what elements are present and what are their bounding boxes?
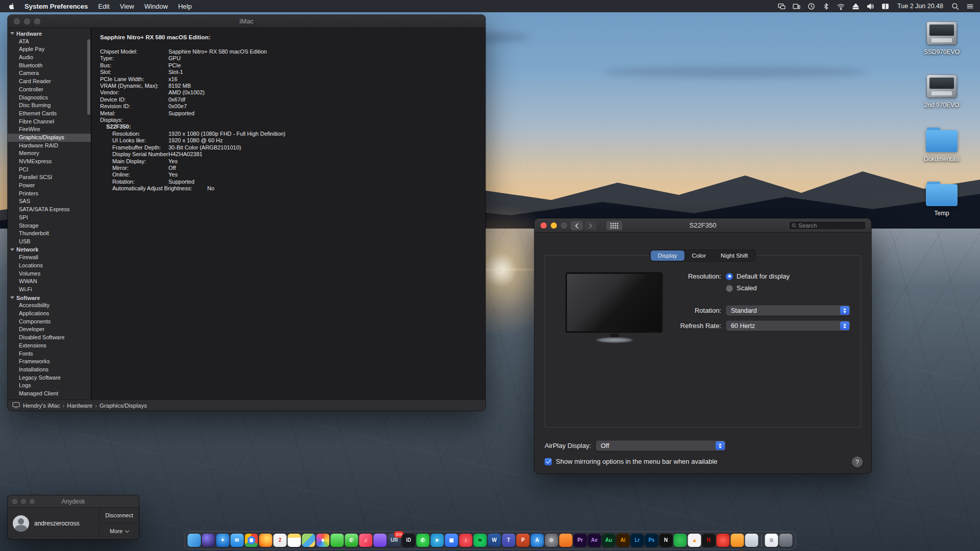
- dock-cloud-gray-icon[interactable]: [745, 534, 758, 547]
- minimize-button[interactable]: [24, 18, 30, 24]
- sidebar-item-developer[interactable]: Developer: [8, 325, 91, 334]
- sidebar-item-sata-sata-express[interactable]: SATA/SATA Express: [8, 206, 91, 214]
- sidebar-scrollbar[interactable]: [87, 39, 90, 115]
- dock-id-app-icon[interactable]: iD: [402, 534, 415, 547]
- sysinfo-titlebar[interactable]: iMac: [8, 15, 485, 28]
- sidebar-item-spi[interactable]: SPI: [8, 214, 91, 222]
- sidebar-item-wi-fi[interactable]: Wi-Fi: [8, 286, 91, 294]
- zoom-button[interactable]: [561, 222, 567, 229]
- anydesk-titlebar[interactable]: Anydesk: [8, 495, 139, 508]
- menu-window[interactable]: Window: [139, 3, 173, 10]
- dock-app-store-icon[interactable]: A: [531, 534, 544, 547]
- dock-system-preferences-icon[interactable]: ⚙: [545, 534, 558, 547]
- help-button[interactable]: ?: [852, 457, 863, 467]
- tab-display[interactable]: Display: [651, 251, 684, 261]
- sidebar-item-accessibility[interactable]: Accessibility: [8, 302, 91, 310]
- dock-chrome-icon[interactable]: [245, 534, 258, 547]
- tab-night-shift[interactable]: Night Shift: [714, 251, 755, 261]
- refresh-rate-dropdown[interactable]: 60 Hertz: [726, 320, 850, 331]
- sidebar-item-printers[interactable]: Printers: [8, 190, 91, 198]
- search-input[interactable]: [798, 222, 863, 229]
- airplay-dropdown[interactable]: Off: [596, 440, 726, 451]
- resolution-option-scaled[interactable]: Scaled: [726, 284, 790, 292]
- menu-edit[interactable]: Edit: [93, 3, 114, 10]
- sidebar-item-diagnostics[interactable]: Diagnostics: [8, 94, 91, 102]
- dock-netflix-icon[interactable]: N: [702, 534, 716, 547]
- search-field[interactable]: [789, 221, 866, 230]
- sidebar-item-memory[interactable]: Memory: [8, 149, 91, 158]
- sidebar-item-pci[interactable]: PCI: [8, 166, 91, 174]
- dock-music-red-icon[interactable]: ♪: [459, 534, 473, 547]
- dock-podcasts-icon[interactable]: [374, 534, 387, 547]
- dock-notes-icon[interactable]: [288, 534, 301, 547]
- sidebar-item-firewire[interactable]: FireWire: [8, 126, 91, 134]
- sidebar-item-components[interactable]: Components: [8, 318, 91, 326]
- dock-siri-icon[interactable]: [202, 534, 215, 547]
- sidebar-item-camera[interactable]: Camera: [8, 69, 91, 78]
- dock-calendar-icon[interactable]: 2: [274, 534, 287, 547]
- close-button[interactable]: [14, 18, 20, 24]
- dock-zoom-icon[interactable]: ▣: [445, 534, 458, 547]
- sidebar-section-network[interactable]: Network: [8, 246, 91, 254]
- dock-premiere-icon[interactable]: Pr: [574, 534, 587, 547]
- sidebar-item-thunderbolt[interactable]: Thunderbolt: [8, 230, 91, 238]
- dock-safari-icon[interactable]: ✦: [216, 534, 230, 547]
- dock-sketch-orange-icon[interactable]: [731, 534, 744, 547]
- sidebar-item-firewall[interactable]: Firewall: [8, 254, 91, 262]
- back-button[interactable]: [570, 220, 583, 231]
- dock-spotify-icon[interactable]: ≋: [474, 534, 487, 547]
- dock-telegram-icon[interactable]: ➤: [431, 534, 444, 547]
- desktop-icon-ssd970evo[interactable]: SSD970EVO: [912, 21, 972, 56]
- dock-photoshop-icon[interactable]: Ps: [645, 534, 658, 547]
- sidebar-item-power[interactable]: Power: [8, 182, 91, 190]
- sidebar-item-ata[interactable]: ATA: [8, 38, 91, 46]
- sidebar-item-logs[interactable]: Logs: [8, 382, 91, 390]
- sidebar-item-audio[interactable]: Audio: [8, 54, 91, 62]
- minimize-button[interactable]: [21, 499, 26, 504]
- show-all-grid-icon[interactable]: [606, 220, 623, 231]
- apple-logo-icon[interactable]: [8, 3, 15, 10]
- wifi-icon[interactable]: [837, 3, 845, 10]
- sidebar-item-nvmexpress[interactable]: NVMExpress: [8, 158, 91, 166]
- sidebar-section-software[interactable]: Software: [8, 294, 91, 302]
- spotlight-search-icon[interactable]: [951, 3, 959, 10]
- dock-music-icon[interactable]: ♫: [359, 534, 373, 547]
- sidebar-item-card-reader[interactable]: Card Reader: [8, 78, 91, 86]
- volume-icon[interactable]: [867, 3, 874, 10]
- sidebar-item-extensions[interactable]: Extensions: [8, 342, 91, 350]
- sidebar-section-hardware[interactable]: Hardware: [8, 30, 91, 38]
- eject-icon[interactable]: [852, 3, 860, 10]
- sidebar-item-disabled-software[interactable]: Disabled Software: [8, 334, 91, 342]
- sidebar-item-ethernet-cards[interactable]: Ethernet Cards: [8, 110, 91, 118]
- menu-list-icon[interactable]: [966, 3, 974, 10]
- sidebar-item-graphics-displays[interactable]: Graphics/Displays: [8, 134, 91, 142]
- zoom-button[interactable]: [30, 499, 35, 504]
- sidebar-item-legacy-software[interactable]: Legacy Software: [8, 374, 91, 382]
- sidebar-item-wwan[interactable]: WWAN: [8, 278, 91, 286]
- dock-mail-icon[interactable]: ✉: [231, 534, 244, 547]
- dock-whatsapp-icon[interactable]: ✆: [416, 534, 430, 547]
- dock-maps-icon[interactable]: [302, 534, 315, 547]
- breadcrumb-item[interactable]: Hardware: [67, 403, 92, 409]
- close-button[interactable]: [541, 222, 547, 229]
- sidebar-item-usb[interactable]: USB: [8, 238, 91, 246]
- sidebar-item-hardware-raid[interactable]: Hardware RAID: [8, 142, 91, 150]
- more-button[interactable]: More: [100, 523, 139, 539]
- sidebar-item-fonts[interactable]: Fonts: [8, 350, 91, 358]
- desktop-icon-temp[interactable]: Temp: [912, 182, 972, 217]
- sidebar-item-disc-burning[interactable]: Disc Burning: [8, 102, 91, 110]
- dock-notion-icon[interactable]: N: [659, 534, 673, 547]
- desktop-icon-dokumentasi[interactable]: Dokumentasi: [912, 128, 972, 163]
- minimize-button[interactable]: [551, 222, 557, 229]
- dock-messages-icon[interactable]: [331, 534, 344, 547]
- menubar-clock[interactable]: Tue 2 Jun 20.48: [897, 3, 943, 10]
- menu-system-preferences[interactable]: System Preferences: [19, 3, 93, 10]
- dock-firefox-icon[interactable]: [259, 534, 273, 547]
- menu-help[interactable]: Help: [173, 3, 197, 10]
- dock-vlc-icon[interactable]: ▲: [688, 534, 701, 547]
- bluetooth-icon[interactable]: [822, 3, 830, 10]
- zoom-button[interactable]: [34, 18, 40, 24]
- dock-teams-icon[interactable]: T: [502, 534, 516, 547]
- prefs-titlebar[interactable]: S22F350: [534, 218, 871, 233]
- sidebar-item-managed-client[interactable]: Managed Client: [8, 390, 91, 398]
